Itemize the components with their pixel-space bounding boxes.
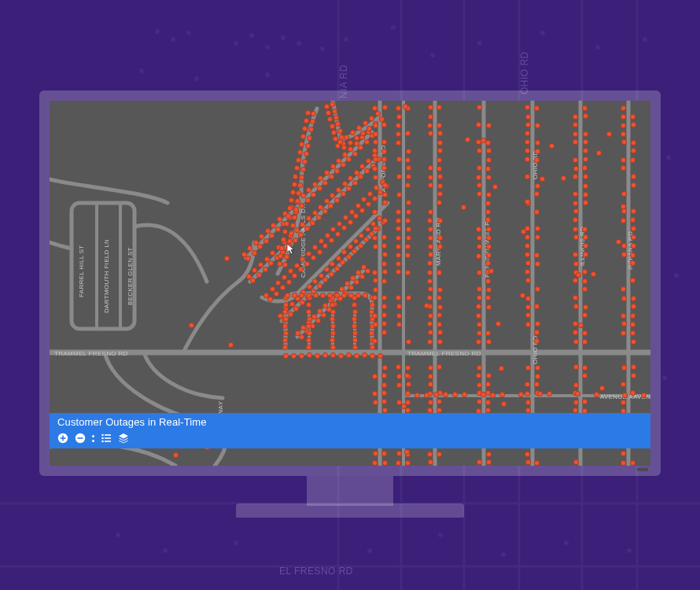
map-footer-bar: Customer Outages in Real-Time	[50, 413, 650, 448]
svg-point-29	[234, 540, 238, 545]
map-viewport[interactable]: FARREL HILL STDARTMOUTH FIELD LNBECKER G…	[50, 101, 650, 466]
svg-point-19	[430, 53, 435, 57]
svg-rect-55	[78, 437, 83, 439]
svg-point-60	[101, 441, 104, 443]
svg-point-31	[438, 533, 443, 537]
map-title: Customer Outages in Real-Time	[57, 416, 643, 428]
svg-point-33	[564, 540, 569, 545]
layers-button[interactable]	[118, 433, 129, 444]
svg-point-30	[367, 548, 372, 553]
svg-point-24	[139, 68, 144, 73]
svg-point-36	[674, 273, 679, 278]
svg-point-21	[540, 31, 545, 35]
svg-point-32	[501, 552, 506, 557]
svg-point-25	[194, 76, 199, 81]
svg-point-10	[186, 31, 191, 35]
monitor-frame: FARREL HILL STDARTMOUTH FIELD LNBECKER G…	[39, 90, 661, 476]
svg-point-15	[297, 41, 301, 46]
svg-point-56	[101, 434, 104, 437]
svg-rect-61	[105, 441, 111, 442]
svg-rect-57	[105, 434, 111, 436]
svg-rect-39	[72, 203, 134, 329]
svg-rect-53	[61, 437, 66, 439]
svg-point-13	[265, 45, 270, 50]
map-roads-layer	[50, 101, 650, 466]
svg-point-34	[627, 548, 632, 553]
svg-point-12	[249, 33, 254, 38]
svg-rect-59	[105, 437, 111, 439]
svg-point-22	[595, 45, 600, 50]
svg-point-8	[155, 29, 160, 34]
svg-point-14	[281, 35, 286, 40]
svg-point-26	[265, 72, 270, 77]
map-toolbar	[57, 433, 643, 444]
zoom-out-button[interactable]	[75, 433, 86, 444]
svg-point-58	[101, 437, 104, 440]
svg-point-18	[391, 25, 396, 30]
svg-point-11	[234, 41, 238, 46]
svg-point-9	[171, 37, 175, 42]
svg-point-23	[643, 37, 647, 42]
svg-point-16	[320, 46, 325, 51]
toolbar-separator	[92, 433, 94, 444]
svg-point-28	[163, 548, 168, 553]
svg-point-20	[477, 41, 482, 46]
svg-point-27	[116, 533, 120, 537]
svg-point-37	[662, 375, 667, 380]
monitor-stand-base	[236, 503, 464, 518]
legend-button[interactable]	[101, 433, 112, 444]
svg-point-35	[666, 155, 671, 160]
monitor-stand-neck	[307, 476, 393, 506]
zoom-in-button[interactable]	[57, 433, 68, 444]
svg-point-17	[344, 37, 348, 42]
